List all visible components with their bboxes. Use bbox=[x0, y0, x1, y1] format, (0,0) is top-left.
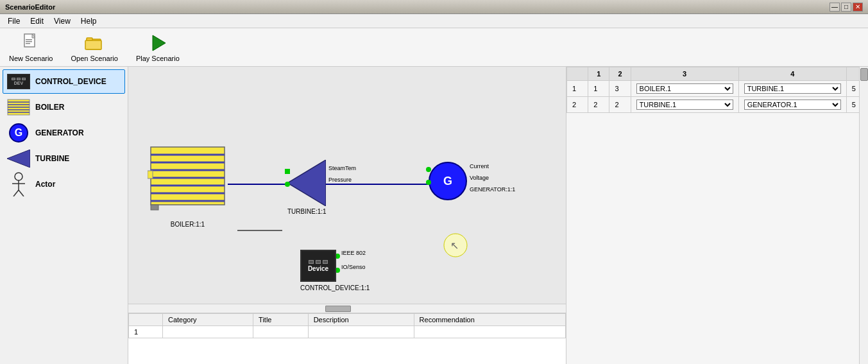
svg-rect-33 bbox=[151, 205, 158, 210]
sidebar-item-turbine[interactable]: TURBINE bbox=[3, 146, 125, 171]
maximize-button[interactable]: □ bbox=[841, 3, 851, 12]
right-row1-rownum: 1 bbox=[567, 81, 588, 97]
device-box: Device bbox=[300, 250, 336, 282]
menu-view[interactable]: View bbox=[49, 15, 76, 27]
turbine-component[interactable]: SteamTem Pressure TURBINE:1:1 bbox=[287, 160, 326, 208]
minimize-button[interactable]: — bbox=[830, 3, 840, 12]
sidebar-label-turbine: TURBINE bbox=[35, 154, 69, 163]
turbine-icon bbox=[7, 150, 30, 168]
device-port-label-1: IEEE 802 bbox=[341, 250, 366, 256]
right-row1-col3[interactable]: BOILER.1 TURBINE.1 GENERATOR.1 bbox=[631, 81, 738, 97]
right-row1-col4-select[interactable]: TURBINE.1 BOILER.1 GENERATOR.1 bbox=[744, 83, 841, 94]
svg-rect-7 bbox=[85, 40, 101, 49]
scrollbar-thumb[interactable] bbox=[325, 306, 351, 312]
sidebar-label-actor: Actor bbox=[35, 180, 55, 189]
svg-rect-3 bbox=[26, 41, 32, 42]
svg-marker-34 bbox=[287, 160, 326, 206]
right-row1-col4[interactable]: TURBINE.1 BOILER.1 GENERATOR.1 bbox=[738, 81, 846, 97]
window-controls: — □ ✕ bbox=[830, 3, 863, 12]
open-scenario-button[interactable]: Open Scenario bbox=[67, 31, 121, 64]
bottom-col-category: Category bbox=[162, 314, 253, 326]
bottom-col-description: Description bbox=[308, 314, 414, 326]
play-scenario-label: Play Scenario bbox=[136, 55, 180, 62]
svg-rect-2 bbox=[26, 39, 32, 40]
menu-edit[interactable]: Edit bbox=[25, 15, 49, 27]
table-row: 1 bbox=[129, 326, 566, 338]
open-scenario-icon bbox=[84, 33, 105, 53]
right-row2-col3[interactable]: TURBINE.1 BOILER.1 GENERATOR.1 bbox=[631, 97, 738, 113]
cursor-indicator: ↖ bbox=[443, 232, 468, 258]
turbine-port-2 bbox=[285, 182, 290, 187]
sidebar-label-boiler: BOILER bbox=[35, 103, 64, 112]
new-scenario-label: New Scenario bbox=[9, 55, 53, 62]
bottom-row-recommendation bbox=[414, 326, 565, 338]
turbine-port-label-2: Pressure bbox=[328, 177, 352, 183]
title-bar: ScenarioEditor — □ ✕ bbox=[0, 0, 868, 14]
right-grid-row-2: 2 2 2 TURBINE.1 BOILER.1 GENERATOR.1 GEN… bbox=[567, 97, 868, 113]
right-row2-col3-select[interactable]: TURBINE.1 BOILER.1 GENERATOR.1 bbox=[636, 100, 733, 110]
boiler-component[interactable]: BOILER:1:1 bbox=[148, 144, 228, 228]
right-row2-rownum: 2 bbox=[567, 97, 588, 113]
app-title: ScenarioEditor bbox=[5, 3, 55, 11]
right-row2-col4-select[interactable]: GENERATOR.1 BOILER.1 TURBINE.1 bbox=[744, 100, 841, 110]
open-scenario-label: Open Scenario bbox=[71, 55, 117, 62]
generator-port-voltage bbox=[426, 180, 431, 185]
bottom-row-description bbox=[308, 326, 414, 338]
svg-marker-8 bbox=[153, 35, 166, 51]
bottom-table: Category Title Description Recommendatio… bbox=[128, 313, 566, 338]
right-grid-row-1: 1 1 3 BOILER.1 TURBINE.1 GENERATOR.1 TUR… bbox=[567, 81, 868, 97]
generator-circle: G bbox=[429, 162, 467, 200]
generator-label: GENERATOR:1:1 bbox=[470, 186, 515, 193]
canvas-scrollbar[interactable] bbox=[128, 304, 566, 313]
svg-marker-15 bbox=[7, 150, 30, 168]
svg-rect-32 bbox=[148, 171, 153, 178]
right-row2-col4[interactable]: GENERATOR.1 BOILER.1 TURBINE.1 bbox=[738, 97, 846, 113]
new-scenario-button[interactable]: New Scenario bbox=[5, 31, 56, 64]
turbine-label: TURBINE:1:1 bbox=[287, 208, 327, 215]
right-row1-col1: 1 bbox=[588, 81, 609, 97]
bottom-row-title bbox=[253, 326, 309, 338]
right-col-header-blank bbox=[567, 67, 588, 81]
right-row2-col2: 2 bbox=[609, 97, 631, 113]
control-device-icon: DEV bbox=[7, 73, 30, 91]
generator-icon: G bbox=[7, 124, 30, 142]
sidebar-item-control-device[interactable]: DEV CONTROL_DEVICE bbox=[3, 69, 125, 94]
device-component[interactable]: Device IEEE 802 IO/Senso CONTROL_DEVICE:… bbox=[300, 250, 336, 282]
bottom-panel: Category Title Description Recommendatio… bbox=[128, 313, 566, 364]
menu-bar: File Edit View Help bbox=[0, 14, 868, 28]
close-button[interactable]: ✕ bbox=[853, 3, 863, 12]
sidebar-item-boiler[interactable]: BOILER bbox=[3, 95, 125, 119]
bottom-row-category bbox=[162, 326, 253, 338]
right-grid-table: 1 2 3 4 1 1 3 BOILER.1 TURBINE.1 bbox=[566, 67, 868, 113]
boiler-label: BOILER:1:1 bbox=[148, 221, 228, 228]
new-scenario-icon bbox=[21, 33, 41, 53]
play-scenario-icon bbox=[148, 33, 168, 53]
generator-component[interactable]: G Current Voltage GENERATOR:1:1 bbox=[429, 162, 467, 200]
sidebar-label-control-device: CONTROL_DEVICE bbox=[35, 77, 106, 86]
sidebar-item-generator[interactable]: G GENERATOR bbox=[3, 121, 125, 145]
right-panel-scrollbar[interactable] bbox=[859, 67, 868, 364]
play-scenario-button[interactable]: Play Scenario bbox=[132, 31, 183, 64]
sidebar-label-generator: GENERATOR bbox=[35, 128, 84, 137]
menu-file[interactable]: File bbox=[3, 15, 25, 27]
svg-rect-4 bbox=[26, 43, 30, 44]
canvas-viewport[interactable]: BOILER:1:1 SteamTem Pressure TURBINE:1:1 bbox=[128, 67, 566, 304]
menu-help[interactable]: Help bbox=[76, 15, 102, 27]
right-col-header-3: 3 bbox=[631, 67, 738, 81]
right-col-header-1: 1 bbox=[588, 67, 609, 81]
svg-text:↖: ↖ bbox=[450, 240, 459, 251]
boiler-icon bbox=[7, 98, 30, 116]
svg-line-20 bbox=[19, 190, 24, 196]
right-panel: 1 2 3 4 1 1 3 BOILER.1 TURBINE.1 bbox=[566, 67, 868, 364]
right-scrollbar-thumb[interactable] bbox=[860, 68, 868, 81]
toolbar: New Scenario Open Scenario Play Scenario bbox=[0, 28, 868, 67]
svg-line-19 bbox=[13, 190, 19, 196]
right-row1-col2: 3 bbox=[609, 81, 631, 97]
generator-port-label-current: Current bbox=[470, 163, 489, 169]
generator-port-label-voltage: Voltage bbox=[470, 175, 489, 181]
right-row2-col1: 2 bbox=[588, 97, 609, 113]
right-row1-col3-select[interactable]: BOILER.1 TURBINE.1 GENERATOR.1 bbox=[636, 83, 733, 94]
bottom-col-title: Title bbox=[253, 314, 309, 326]
svg-point-16 bbox=[15, 173, 22, 180]
sidebar-item-actor[interactable]: Actor bbox=[3, 172, 125, 196]
